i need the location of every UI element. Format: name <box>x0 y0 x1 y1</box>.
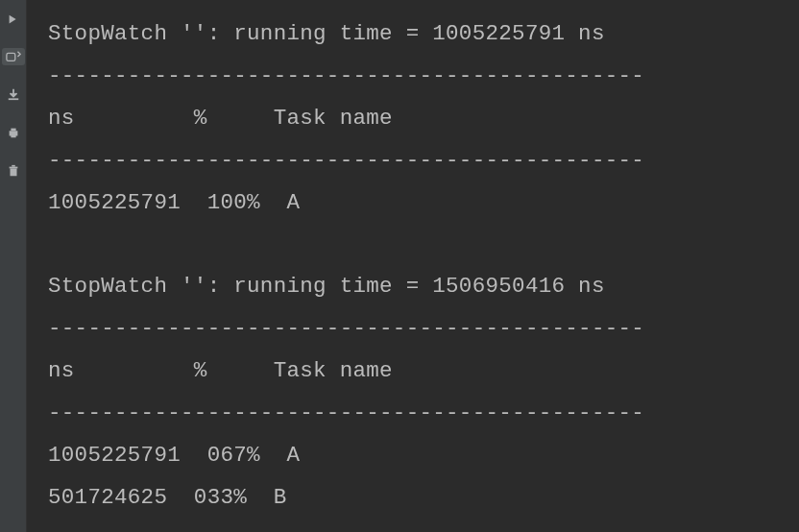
svg-rect-0 <box>6 53 14 60</box>
stopwatch-title-2: StopWatch '': running time = 1506950416 … <box>48 274 605 299</box>
console-panel: /Library/Java/JavaVirtualMachines/jdk1.8… <box>27 0 799 532</box>
svg-rect-1 <box>8 98 18 100</box>
table-row: 1005225791 100% A <box>48 190 300 215</box>
scroll-icon[interactable] <box>2 48 25 65</box>
stopwatch-title-1: StopWatch '': running time = 1005225791 … <box>48 21 605 46</box>
svg-rect-6 <box>9 167 17 169</box>
svg-rect-5 <box>10 168 16 176</box>
svg-rect-7 <box>12 165 15 167</box>
table-row: 1005225791 067% A <box>48 443 300 468</box>
print-icon[interactable] <box>4 123 23 142</box>
divider: ----------------------------------------… <box>48 316 644 341</box>
trash-icon[interactable] <box>4 161 23 181</box>
svg-rect-3 <box>11 129 15 132</box>
console-output[interactable]: StopWatch '': running time = 1005225791 … <box>27 0 799 532</box>
svg-rect-4 <box>11 135 15 138</box>
table-header: ns % Task name <box>48 106 393 131</box>
step-icon[interactable] <box>4 10 23 29</box>
tool-sidebar <box>0 0 27 532</box>
divider: ----------------------------------------… <box>48 63 644 88</box>
table-row: 501724625 033% B <box>48 485 286 510</box>
download-icon[interactable] <box>4 85 23 104</box>
table-header: ns % Task name <box>48 358 393 383</box>
divider: ----------------------------------------… <box>48 148 644 173</box>
divider: ----------------------------------------… <box>48 400 644 425</box>
